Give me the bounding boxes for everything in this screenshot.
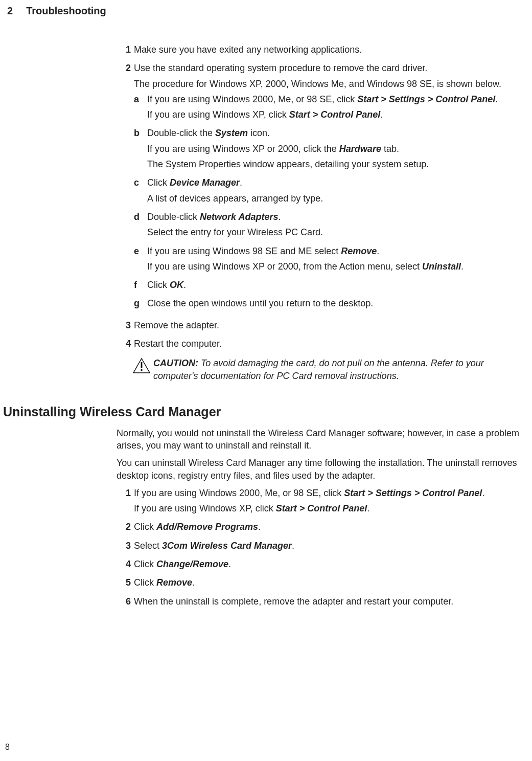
caution-block: CAUTION: To avoid damaging the card, do … [133, 357, 527, 382]
substep-text: The System Properties window appears, de… [147, 158, 527, 170]
step-1: 1 If you are using Windows 2000, Me, or … [117, 487, 527, 518]
step-4: 4 Restart the computer. [117, 338, 527, 353]
step-text: Click Remove. [134, 576, 527, 589]
substep-b: b Double-click the System icon. If you a… [134, 127, 527, 173]
step-3: 3 Remove the adapter. [117, 319, 527, 334]
step-number: 5 [117, 576, 134, 592]
chapter-title: Troubleshooting [26, 4, 106, 18]
step-1: 1 Make sure you have exited any networki… [117, 43, 527, 59]
caution-text: CAUTION: To avoid damaging the card, do … [153, 357, 527, 382]
section-lead: Normally, you would not uninstall the Wi… [117, 427, 527, 482]
step-number: 2 [117, 521, 134, 536]
step-text: Click Change/Remove. [134, 558, 527, 570]
substep-text: If you are using Windows 98 SE and ME se… [147, 245, 527, 257]
step-text: The procedure for Windows XP, 2000, Wind… [134, 78, 527, 90]
step-text: Use the standard operating system proced… [134, 62, 527, 74]
substep-list: a If you are using Windows 2000, Me, or … [134, 93, 527, 313]
substep-f: f Click OK. [134, 279, 527, 294]
step-6: 6 When the uninstall is complete, remove… [117, 595, 527, 611]
step-number: 1 [117, 43, 134, 59]
substep-text: Double-click Network Adapters. [147, 211, 527, 223]
step-number: 4 [117, 338, 134, 353]
substep-a: a If you are using Windows 2000, Me, or … [134, 93, 527, 124]
substep-letter: d [134, 211, 147, 242]
step-number: 4 [117, 558, 134, 573]
substep-letter: a [134, 93, 147, 124]
substep-letter: f [134, 279, 147, 294]
step-text: Select 3Com Wireless Card Manager. [134, 540, 527, 552]
substep-text: Select the entry for your Wireless PC Ca… [147, 226, 527, 238]
substep-d: d Double-click Network Adapters. Select … [134, 211, 527, 242]
step-number: 1 [117, 487, 134, 518]
substep-letter: g [134, 297, 147, 312]
step-text: Make sure you have exited any networking… [134, 43, 527, 56]
substep-text: If you are using Windows 2000, Me, or 98… [147, 93, 527, 105]
substep-text: A list of devices appears, arranged by t… [147, 192, 527, 205]
step-number: 6 [117, 595, 134, 611]
substep-text: If you are using Windows XP or 2000, fro… [147, 260, 527, 273]
substep-letter: e [134, 245, 147, 276]
step-text: Click Add/Remove Programs. [134, 521, 527, 533]
substep-c: c Click Device Manager. A list of device… [134, 176, 527, 208]
paragraph: You can uninstall Wireless Card Manager … [117, 457, 527, 482]
step-2: 2 Click Add/Remove Programs. [117, 521, 527, 536]
caution-icon [133, 357, 153, 382]
procedure-list-uninstall: 1 If you are using Windows 2000, Me, or … [117, 487, 527, 611]
substep-text: Close the open windows until you return … [147, 297, 527, 309]
step-number: 3 [117, 540, 134, 555]
svg-rect-1 [141, 362, 143, 368]
substep-letter: c [134, 176, 147, 208]
procedure-list-top: 1 Make sure you have exited any networki… [117, 43, 527, 353]
step-text: When the uninstall is complete, remove t… [134, 595, 527, 608]
step-number: 3 [117, 319, 134, 334]
step-text: If you are using Windows 2000, Me, or 98… [134, 487, 527, 499]
step-5: 5 Click Remove. [117, 576, 527, 592]
substep-text: Double-click the System icon. [147, 127, 527, 139]
step-text: Restart the computer. [134, 338, 527, 350]
section-heading-uninstalling: Uninstalling Wireless Card Manager [3, 404, 532, 421]
substep-letter: b [134, 127, 147, 173]
substep-e: e If you are using Windows 98 SE and ME … [134, 245, 527, 276]
step-4: 4 Click Change/Remove. [117, 558, 527, 573]
running-header: 2 Troubleshooting [0, 4, 532, 18]
step-text: Remove the adapter. [134, 319, 527, 331]
svg-rect-2 [141, 369, 143, 371]
substep-text: Click Device Manager. [147, 176, 527, 189]
substep-g: g Close the open windows until you retur… [134, 297, 527, 312]
paragraph: Normally, you would not uninstall the Wi… [117, 427, 527, 452]
substep-text: Click OK. [147, 279, 527, 291]
step-3: 3 Select 3Com Wireless Card Manager. [117, 540, 527, 555]
step-2: 2 Use the standard operating system proc… [117, 62, 527, 316]
substep-text: If you are using Windows XP, click Start… [147, 108, 527, 121]
step-text: If you are using Windows XP, click Start… [134, 502, 527, 514]
step-number: 2 [117, 62, 134, 316]
substep-text: If you are using Windows XP or 2000, cli… [147, 143, 527, 155]
chapter-number: 2 [7, 4, 13, 18]
